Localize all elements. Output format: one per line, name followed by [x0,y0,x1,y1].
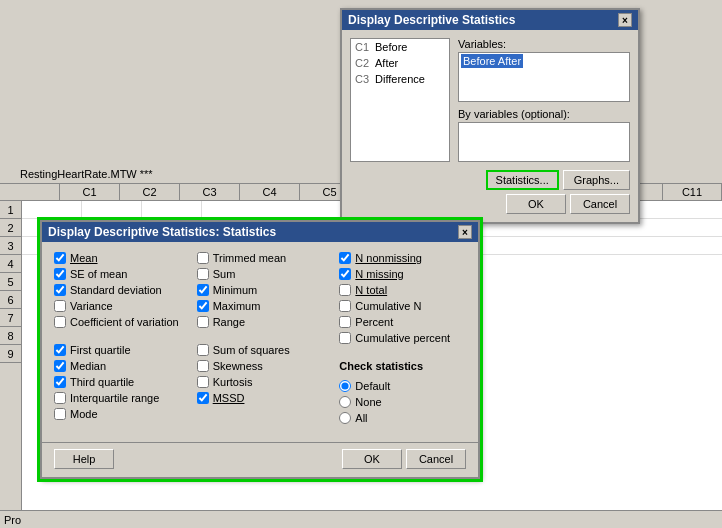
chk-minimum-label: Minimum [213,284,258,296]
chk-kurtosis[interactable]: Kurtosis [197,376,324,388]
desc-ok-button[interactable]: OK [506,194,566,214]
variables-label: Variables: [458,38,630,50]
chk-trimmed-mean[interactable]: Trimmed mean [197,252,324,264]
chk-n-missing[interactable]: N missing [339,268,466,280]
radio-default-input[interactable] [339,380,351,392]
chk-coef-var-input[interactable] [54,316,66,328]
chk-percent[interactable]: Percent [339,316,466,328]
chk-range-label: Range [213,316,245,328]
col-list-item-c1[interactable]: C1 Before [351,39,449,55]
chk-skewness[interactable]: Skewness [197,360,324,372]
chk-range[interactable]: Range [197,316,324,328]
chk-mssd-label: MSSD [213,392,245,404]
variables-box[interactable]: Before After [458,52,630,102]
chk-mean-input[interactable] [54,252,66,264]
chk-se-mean-input[interactable] [54,268,66,280]
col-list-item-c2[interactable]: C2 After [351,55,449,71]
chk-maximum-input[interactable] [197,300,209,312]
chk-variance[interactable]: Variance [54,300,181,312]
col-id-c1: C1 [355,41,371,53]
stats-col-1: Mean SE of mean Standard deviation Varia… [54,252,181,424]
by-variables-box[interactable] [458,122,630,162]
chk-n-total-input[interactable] [339,284,351,296]
chk-sum-input[interactable] [197,268,209,280]
chk-maximum-label: Maximum [213,300,261,312]
chk-se-mean[interactable]: SE of mean [54,268,181,280]
stats-graphs-row: Statistics... Graphs... [486,170,630,190]
chk-first-q-label: First quartile [70,344,131,356]
chk-cumulative-pct[interactable]: Cumulative percent [339,332,466,344]
chk-cumulative-n-label: Cumulative N [355,300,421,312]
dialog-stats-close[interactable]: × [458,225,472,239]
chk-range-input[interactable] [197,316,209,328]
radio-all-input[interactable] [339,412,351,424]
chk-sum[interactable]: Sum [197,268,324,280]
chk-cumulative-n-input[interactable] [339,300,351,312]
stats-col-2: Trimmed mean Sum Minimum Maximum Range [197,252,324,424]
c11-header: C11 [662,183,722,201]
chk-cumulative-pct-input[interactable] [339,332,351,344]
dialog-desc-stats-close[interactable]: × [618,13,632,27]
status-bar-text: Pro [4,514,21,526]
chk-iqr[interactable]: Interquartile range [54,392,181,404]
stats-columns: Mean SE of mean Standard deviation Varia… [54,252,466,424]
chk-third-q-input[interactable] [54,376,66,388]
col-list-item-c3[interactable]: C3 Difference [351,71,449,87]
chk-third-q[interactable]: Third quartile [54,376,181,388]
chk-variance-input[interactable] [54,300,66,312]
radio-all[interactable]: All [339,412,466,424]
statistics-button[interactable]: Statistics... [486,170,559,190]
chk-mssd[interactable]: MSSD [197,392,324,404]
spacer-1 [54,332,181,340]
chk-kurtosis-input[interactable] [197,376,209,388]
chk-skewness-label: Skewness [213,360,263,372]
col-name-c1: Before [375,41,407,53]
chk-cumulative-n[interactable]: Cumulative N [339,300,466,312]
chk-first-q-input[interactable] [54,344,66,356]
chk-minimum-input[interactable] [197,284,209,296]
chk-std-dev[interactable]: Standard deviation [54,284,181,296]
chk-percent-input[interactable] [339,316,351,328]
dialog-stats-title: Display Descriptive Statistics: Statisti… [48,225,276,239]
chk-mode-input[interactable] [54,408,66,420]
chk-mode[interactable]: Mode [54,408,181,420]
chk-sum-sq[interactable]: Sum of squares [197,344,324,356]
dialog-desc-buttons: Statistics... Graphs... OK Cancel [350,170,630,214]
chk-cumulative-pct-label: Cumulative percent [355,332,450,344]
chk-median[interactable]: Median [54,360,181,372]
chk-n-missing-input[interactable] [339,268,351,280]
desc-cancel-button[interactable]: Cancel [570,194,630,214]
radio-default[interactable]: Default [339,380,466,392]
col-name-c2: After [375,57,398,69]
stats-help-button[interactable]: Help [54,449,114,469]
column-list: C1 Before C2 After C3 Difference [350,38,450,162]
col-id-c2: C2 [355,57,371,69]
stats-cancel-button[interactable]: Cancel [406,449,466,469]
chk-maximum[interactable]: Maximum [197,300,324,312]
graphs-button[interactable]: Graphs... [563,170,630,190]
chk-mean[interactable]: Mean [54,252,181,264]
stats-ok-button[interactable]: OK [342,449,402,469]
chk-coef-var[interactable]: Coefficient of variation [54,316,181,328]
variables-selected: Before After [461,54,523,68]
chk-std-dev-input[interactable] [54,284,66,296]
chk-n-total[interactable]: N total [339,284,466,296]
chk-mssd-input[interactable] [197,392,209,404]
radio-none[interactable]: None [339,396,466,408]
chk-skewness-input[interactable] [197,360,209,372]
chk-sum-sq-input[interactable] [197,344,209,356]
chk-mode-label: Mode [70,408,98,420]
chk-n-nonmissing-label: N nonmissing [355,252,422,264]
row-num-6: 6 [0,291,21,309]
ok-cancel-row: OK Cancel [506,194,630,214]
radio-none-input[interactable] [339,396,351,408]
dialog-stats-titlebar: Display Descriptive Statistics: Statisti… [42,222,478,242]
chk-median-input[interactable] [54,360,66,372]
chk-trimmed-mean-input[interactable] [197,252,209,264]
col-header-c2: C2 [120,184,180,200]
chk-iqr-input[interactable] [54,392,66,404]
chk-n-nonmissing-input[interactable] [339,252,351,264]
chk-n-nonmissing[interactable]: N nonmissing [339,252,466,264]
chk-first-q[interactable]: First quartile [54,344,181,356]
chk-minimum[interactable]: Minimum [197,284,324,296]
